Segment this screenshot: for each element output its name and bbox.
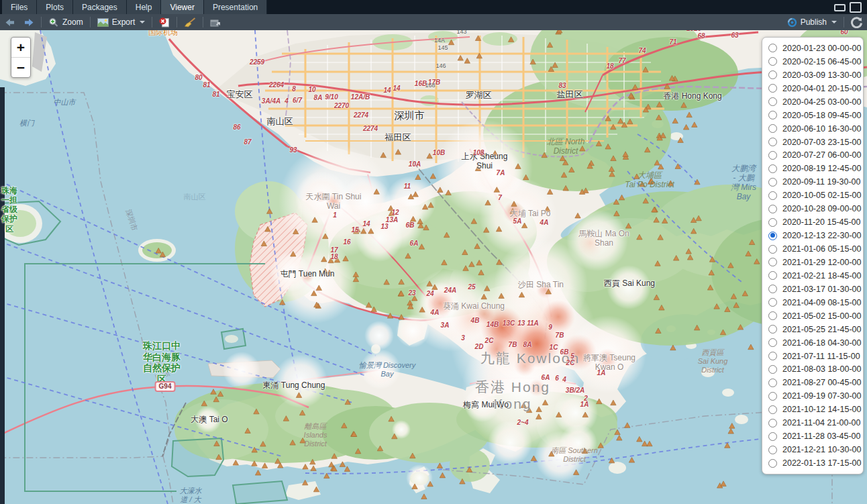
timestamp-option[interactable]: 2020-09-11 19-30-00 (768, 176, 863, 189)
radio-icon (768, 124, 777, 133)
timestamp-option[interactable]: 2020-03-09 13-30-00 (768, 68, 863, 81)
toolbar-separator (90, 17, 91, 28)
timestamp-option-label: 2021-08-27 00-45-00 (782, 378, 861, 387)
toolbar-separator (844, 17, 844, 28)
timestamp-option-label: 2020-04-01 20-15-00 (782, 84, 861, 93)
radio-icon (768, 392, 777, 401)
timestamp-option[interactable]: 2020-02-15 06-45-00 (768, 55, 863, 68)
timestamp-option-label: 2021-11-28 03-45-00 (782, 432, 861, 441)
timestamp-option[interactable]: 2020-12-13 22-30-00 (768, 230, 863, 242)
export-button-label: Export (112, 17, 136, 27)
radio-icon (768, 352, 777, 360)
timestamp-option[interactable]: 2021-05-02 15-00-00 (768, 309, 863, 322)
tab-packages[interactable]: Packages (73, 0, 127, 14)
zoom-button[interactable]: Zoom (44, 14, 88, 30)
publish-button-label: Publish (801, 17, 827, 27)
maximize-icon[interactable] (850, 2, 862, 13)
timestamp-option[interactable]: 2021-11-28 03-45-00 (768, 430, 863, 443)
forward-button[interactable] (19, 14, 39, 30)
radio-icon (768, 379, 777, 387)
timestamp-option-label: 2020-11-20 15-45-00 (782, 217, 861, 227)
tab-help[interactable]: Help (127, 0, 162, 14)
timestamp-option[interactable]: 2020-10-05 02-15-00 (768, 189, 863, 202)
timestamp-option-label: 2021-12-21 10-30-00 (782, 445, 861, 454)
timestamp-option[interactable]: 2021-04-09 08-15-00 (768, 296, 863, 309)
refresh-button[interactable] (846, 17, 867, 28)
timestamp-option-label: 2020-07-27 06-00-00 (782, 150, 861, 160)
timestamp-option[interactable]: 2021-10-12 14-15-00 (768, 403, 863, 416)
minimize-icon[interactable] (834, 4, 846, 11)
radio-icon (768, 285, 777, 293)
timestamp-panel: 2020-01-23 00-00-002020-02-15 06-45-0020… (762, 37, 864, 474)
export-button[interactable]: Export (93, 14, 150, 30)
toolbar-separator (176, 17, 177, 28)
timestamp-option[interactable]: 2021-11-04 21-00-00 (768, 417, 863, 430)
timestamp-option-label: 2020-12-13 22-30-00 (782, 231, 861, 240)
timestamp-option-label: 2020-03-09 13-30-00 (782, 70, 861, 80)
timestamp-option-label: 2020-09-11 19-30-00 (782, 177, 861, 187)
timestamp-option-label: 2021-03-17 01-30-00 (782, 285, 861, 294)
timestamp-option[interactable]: 2021-01-06 05-15-00 (768, 243, 863, 256)
map-viewport[interactable]: 国际机场中山市横门宝安区南山区深圳市罗湖区盐田区福田区南山区深圳市珠海市北區 N… (0, 30, 867, 504)
timestamp-option-label: 2021-09-19 07-30-00 (782, 391, 861, 401)
timestamp-option[interactable]: 2021-12-21 10-30-00 (768, 444, 863, 456)
timestamp-option[interactable]: 2020-04-01 20-15-00 (768, 82, 863, 95)
timestamp-option[interactable]: 2021-05-25 21-45-00 (768, 323, 863, 336)
remove-item-button[interactable] (154, 14, 174, 30)
timestamp-option[interactable]: 2021-08-27 00-45-00 (768, 376, 863, 389)
timestamp-option-label: 2020-10-05 02-15-00 (782, 191, 861, 200)
map-zoom-in-button[interactable]: + (11, 38, 30, 57)
timestamp-option-label: 2021-07-11 11-15-00 (782, 352, 860, 361)
clear-viewer-button[interactable] (179, 14, 201, 30)
radio-icon (768, 70, 777, 79)
map-zoom-control: + − (11, 37, 31, 78)
tab-files[interactable]: Files (2, 0, 37, 14)
toolbar-right-group: Publish (782, 17, 867, 28)
timestamp-option[interactable]: 2021-01-29 12-00-00 (768, 256, 863, 268)
radio-icon (768, 271, 777, 280)
timestamp-option[interactable]: 2020-01-23 00-00-00 (768, 42, 863, 54)
popout-window-button[interactable] (205, 14, 225, 30)
radio-icon (768, 205, 777, 213)
map-zoom-out-button[interactable]: − (11, 58, 30, 77)
timestamp-option-label: 2020-04-25 03-00-00 (782, 97, 861, 107)
chevron-down-icon (140, 21, 145, 23)
back-arrow-icon (5, 18, 15, 27)
publish-button[interactable]: Publish (782, 17, 842, 28)
broom-icon (184, 17, 196, 28)
timestamp-option[interactable]: 2020-07-27 06-00-00 (768, 149, 863, 162)
refresh-icon (851, 17, 862, 28)
rstudio-viewer-pane: FilesPlotsPackagesHelpViewerPresentation… (0, 0, 867, 504)
map-svg (0, 30, 867, 504)
timestamp-option[interactable]: 2021-09-19 07-30-00 (768, 390, 863, 403)
timestamp-option[interactable]: 2020-08-19 12-45-00 (768, 162, 863, 175)
timestamp-option[interactable]: 2020-04-25 03-00-00 (768, 95, 863, 108)
timestamp-option[interactable]: 2021-03-17 01-30-00 (768, 283, 863, 295)
tab-plots[interactable]: Plots (37, 0, 73, 14)
timestamp-option[interactable]: 2020-10-28 09-00-00 (768, 203, 863, 215)
tab-presentation[interactable]: Presentation (204, 0, 267, 14)
radio-icon (768, 432, 777, 441)
timestamp-option[interactable]: 2020-07-03 23-15-00 (768, 136, 863, 148)
timestamp-option-label: 2021-01-06 05-15-00 (782, 244, 861, 254)
timestamp-option[interactable]: 2020-11-20 15-45-00 (768, 216, 863, 229)
radio-icon (768, 151, 777, 160)
tab-viewer[interactable]: Viewer (161, 0, 203, 14)
timestamp-option[interactable]: 2021-02-21 18-45-00 (768, 269, 863, 282)
timestamp-option[interactable]: 2021-07-11 11-15-00 (768, 350, 863, 362)
timestamp-option[interactable]: 2020-06-10 16-30-00 (768, 122, 863, 135)
back-button[interactable] (0, 14, 19, 30)
timestamp-option[interactable]: 2022-01-13 17-15-00 (768, 457, 863, 470)
timestamp-option[interactable]: 2021-08-03 18-00-00 (768, 363, 863, 376)
radio-icon (768, 459, 777, 468)
timestamp-option-label: 2020-01-23 00-00-00 (782, 44, 861, 53)
timestamp-option[interactable]: 2021-06-18 04-30-00 (768, 336, 863, 349)
timestamp-option[interactable]: 2020-05-18 09-45-00 (768, 109, 863, 121)
toolbar-separator (41, 17, 42, 28)
radio-icon (768, 419, 777, 427)
radio-icon (768, 325, 777, 334)
timestamp-option-label: 2021-08-03 18-00-00 (782, 364, 861, 374)
radio-icon (768, 365, 777, 374)
radio-icon (768, 57, 777, 66)
pane-tabs: FilesPlotsPackagesHelpViewerPresentation (0, 0, 267, 14)
